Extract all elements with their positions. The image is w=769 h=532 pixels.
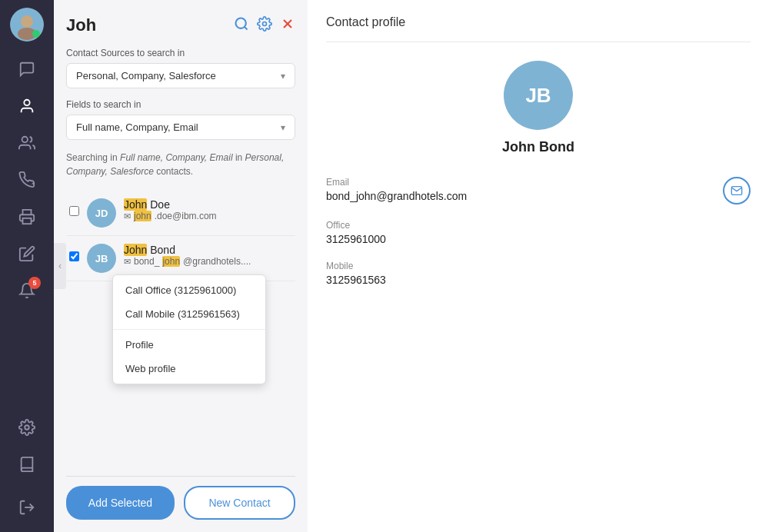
result-item-john-doe: JD John Doe ✉ john.doe@ibm.com (66, 191, 295, 236)
context-menu-web-profile[interactable]: Web profile (113, 357, 265, 381)
office-value: 3125961000 (326, 233, 751, 245)
search-query: Joh (66, 15, 234, 35)
profile-email-field: Email bond_john@grandhotels.com (326, 177, 751, 204)
profile-email-content: Email bond_john@grandhotels.com (326, 177, 714, 202)
email-action-button[interactable] (723, 177, 751, 204)
result-checkbox-john-bond[interactable] (69, 251, 79, 261)
sources-dropdown-arrow: ▾ (281, 71, 285, 81)
name-highlight: John (124, 198, 147, 211)
svg-rect-6 (23, 218, 32, 224)
svg-point-9 (236, 18, 246, 28)
profile-mobile-field: Mobile 3125961563 (326, 261, 751, 286)
sources-value: Personal, Company, Salesforce (76, 70, 216, 81)
svg-line-10 (245, 26, 248, 29)
svg-point-3 (32, 30, 40, 38)
office-label: Office (326, 220, 751, 231)
email-value: bond_john@grandhotels.com (326, 190, 714, 202)
profile-mobile-content: Mobile 3125961563 (326, 261, 751, 286)
profile-name: John Bond (502, 139, 574, 155)
fields-value: Full name, Company, Email (76, 121, 198, 133)
collapse-button[interactable]: ‹ (54, 243, 66, 289)
fields-dropdown[interactable]: Full name, Company, Email ▾ (66, 115, 295, 140)
print-sidebar-icon[interactable] (10, 200, 44, 234)
result-email-john-bond: ✉ bond_john@grandhotels.... (124, 256, 292, 267)
result-checkbox-john-doe[interactable] (69, 206, 79, 216)
fields-label: Fields to search in (66, 99, 295, 110)
context-menu: Call Office (3125961000) Call Mobile (31… (112, 274, 266, 384)
profile-office-field: Office 3125961000 (326, 220, 751, 245)
search-icon[interactable] (234, 16, 249, 35)
search-panel: Joh Contact Sources to (54, 0, 308, 532)
result-name-john-doe: John Doe (124, 198, 292, 211)
close-icon[interactable] (280, 16, 295, 35)
group-sidebar-icon[interactable] (10, 126, 44, 160)
context-menu-divider (113, 329, 265, 330)
result-email-john-doe: ✉ john.doe@ibm.com (124, 211, 292, 221)
sidebar: 5 (0, 0, 54, 532)
svg-point-1 (21, 15, 33, 28)
add-selected-button[interactable]: Add Selected (66, 486, 175, 520)
profile-divider (326, 42, 751, 42)
phone-sidebar-icon[interactable] (10, 163, 44, 197)
notifications-badge: 5 (28, 277, 41, 289)
sources-dropdown[interactable]: Personal, Company, Salesforce ▾ (66, 63, 295, 88)
settings-icon[interactable] (257, 16, 272, 35)
context-menu-call-office[interactable]: Call Office (3125961000) (113, 278, 265, 302)
email-highlight-bond: john (162, 256, 180, 267)
email-highlight: john (134, 211, 151, 221)
profile-avatar: JB (504, 61, 573, 130)
result-avatar-john-doe: JD (87, 198, 116, 228)
email-icon: ✉ (124, 211, 131, 221)
profile-office-content: Office 3125961000 (326, 220, 751, 245)
search-header-icons (234, 16, 295, 35)
new-contact-button[interactable]: New Contact (184, 486, 295, 520)
svg-point-7 (25, 425, 29, 430)
contact-profile-panel: Contact profile JB John Bond Email bond_… (308, 0, 769, 532)
search-header: Joh (66, 15, 295, 35)
sources-label: Contact Sources to search in (66, 48, 295, 58)
mobile-value: 3125961563 (326, 274, 751, 286)
email-label: Email (326, 177, 714, 188)
search-description: Searching in Full name, Company, Email i… (66, 151, 295, 178)
email-icon-bond: ✉ (124, 257, 131, 267)
user-avatar[interactable] (10, 8, 44, 42)
name-highlight-bond: John (124, 244, 147, 256)
result-info-john-doe: John Doe ✉ john.doe@ibm.com (124, 198, 292, 221)
settings-sidebar-icon[interactable] (10, 411, 44, 444)
svg-point-4 (24, 100, 29, 105)
result-avatar-john-bond: JB (87, 244, 116, 273)
book-sidebar-icon[interactable] (10, 447, 44, 481)
svg-point-5 (22, 137, 28, 142)
contact-sidebar-icon[interactable] (10, 89, 44, 123)
search-footer: Add Selected New Contact (66, 476, 295, 520)
results-list: JD John Doe ✉ john.doe@ibm.com JB John B… (66, 191, 295, 476)
result-name-john-bond: John Bond (124, 244, 292, 256)
context-menu-profile[interactable]: Profile (113, 333, 265, 357)
profile-avatar-section: JB John Bond (326, 61, 751, 155)
context-menu-call-mobile[interactable]: Call Mobile (3125961563) (113, 302, 265, 326)
fields-dropdown-arrow: ▾ (281, 122, 285, 133)
mobile-label: Mobile (326, 261, 751, 271)
chat-sidebar-icon[interactable] (10, 52, 44, 86)
profile-title: Contact profile (326, 15, 751, 29)
notifications-sidebar-icon[interactable]: 5 (10, 274, 44, 308)
result-item-john-bond: JB John Bond ✉ bond_john@grandhotels....… (66, 236, 295, 281)
svg-point-11 (263, 22, 267, 25)
logout-sidebar-icon[interactable] (10, 490, 44, 524)
result-info-john-bond: John Bond ✉ bond_john@grandhotels.... (124, 244, 292, 267)
edit-sidebar-icon[interactable] (10, 237, 44, 271)
